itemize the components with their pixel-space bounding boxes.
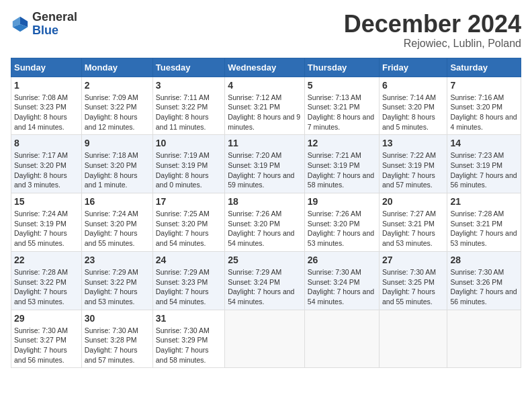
day-number: 25 [228, 255, 302, 265]
calendar-week-row: 15Sunrise: 7:24 AMSunset: 3:19 PMDayligh… [11, 193, 521, 252]
cell-info: Sunrise: 7:13 AMSunset: 3:21 PMDaylight:… [308, 93, 376, 132]
day-number: 26 [308, 255, 376, 265]
calendar-cell: 31Sunrise: 7:30 AMSunset: 3:29 PMDayligh… [152, 310, 224, 368]
day-number: 21 [450, 196, 518, 207]
calendar-cell: 7Sunrise: 7:16 AMSunset: 3:20 PMDaylight… [447, 77, 521, 135]
day-number: 3 [156, 80, 222, 91]
day-number: 30 [85, 313, 150, 324]
day-number: 10 [156, 138, 222, 148]
cell-info: Sunrise: 7:30 AMSunset: 3:29 PMDaylight:… [156, 326, 222, 365]
day-number: 14 [450, 138, 518, 148]
day-number: 18 [228, 196, 302, 207]
day-number: 13 [382, 138, 444, 148]
cell-info: Sunrise: 7:08 AMSunset: 3:23 PMDaylight:… [14, 93, 79, 132]
header-day-sunday: Sunday [11, 58, 82, 77]
day-number: 7 [450, 80, 518, 91]
cell-info: Sunrise: 7:24 AMSunset: 3:20 PMDaylight:… [85, 209, 150, 248]
cell-info: Sunrise: 7:30 AMSunset: 3:28 PMDaylight:… [85, 326, 150, 365]
cell-info: Sunrise: 7:11 AMSunset: 3:22 PMDaylight:… [156, 93, 222, 132]
calendar-cell: 10Sunrise: 7:19 AMSunset: 3:19 PMDayligh… [152, 135, 224, 193]
day-number: 8 [14, 138, 79, 148]
calendar-cell: 1Sunrise: 7:08 AMSunset: 3:23 PMDaylight… [11, 77, 82, 135]
calendar-cell: 21Sunrise: 7:28 AMSunset: 3:21 PMDayligh… [447, 193, 521, 252]
calendar-cell: 15Sunrise: 7:24 AMSunset: 3:19 PMDayligh… [11, 193, 82, 252]
calendar-cell: 5Sunrise: 7:13 AMSunset: 3:21 PMDaylight… [304, 77, 379, 135]
day-number: 2 [85, 80, 150, 91]
calendar-cell [304, 310, 379, 368]
calendar-table: SundayMondayTuesdayWednesdayThursdayFrid… [11, 58, 521, 369]
calendar-cell: 19Sunrise: 7:26 AMSunset: 3:20 PMDayligh… [304, 193, 379, 252]
day-number: 12 [308, 138, 376, 148]
calendar-cell: 3Sunrise: 7:11 AMSunset: 3:22 PMDaylight… [152, 77, 224, 135]
calendar-cell [225, 310, 305, 368]
calendar-week-row: 1Sunrise: 7:08 AMSunset: 3:23 PMDaylight… [11, 77, 521, 135]
logo-blue: Blue [32, 24, 58, 37]
calendar-cell: 13Sunrise: 7:22 AMSunset: 3:19 PMDayligh… [380, 135, 447, 193]
calendar-cell: 28Sunrise: 7:30 AMSunset: 3:26 PMDayligh… [447, 251, 521, 310]
cell-info: Sunrise: 7:27 AMSunset: 3:21 PMDaylight:… [382, 209, 444, 248]
calendar-header-row: SundayMondayTuesdayWednesdayThursdayFrid… [11, 58, 521, 77]
day-number: 16 [85, 196, 150, 207]
calendar-cell: 14Sunrise: 7:23 AMSunset: 3:19 PMDayligh… [447, 135, 521, 193]
day-number: 19 [308, 196, 376, 207]
day-number: 17 [156, 196, 222, 207]
calendar-cell: 16Sunrise: 7:24 AMSunset: 3:20 PMDayligh… [81, 193, 152, 252]
calendar-cell: 8Sunrise: 7:17 AMSunset: 3:20 PMDaylight… [11, 135, 82, 193]
calendar-cell: 20Sunrise: 7:27 AMSunset: 3:21 PMDayligh… [380, 193, 447, 252]
day-number: 5 [308, 80, 376, 91]
calendar-cell [447, 310, 521, 368]
calendar-cell [380, 310, 447, 368]
cell-info: Sunrise: 7:25 AMSunset: 3:20 PMDaylight:… [156, 209, 222, 248]
cell-info: Sunrise: 7:29 AMSunset: 3:23 PMDaylight:… [156, 267, 222, 307]
cell-info: Sunrise: 7:22 AMSunset: 3:19 PMDaylight:… [382, 150, 444, 190]
calendar-cell: 4Sunrise: 7:12 AMSunset: 3:21 PMDaylight… [225, 77, 305, 135]
day-number: 20 [382, 196, 444, 207]
cell-info: Sunrise: 7:17 AMSunset: 3:20 PMDaylight:… [14, 150, 79, 190]
month-title: December 2024 [344, 11, 521, 38]
logo-text: General Blue [32, 11, 77, 38]
header-day-wednesday: Wednesday [225, 58, 305, 77]
day-number: 9 [85, 138, 150, 148]
calendar-cell: 11Sunrise: 7:20 AMSunset: 3:19 PMDayligh… [225, 135, 305, 193]
day-number: 22 [14, 255, 79, 265]
cell-info: Sunrise: 7:30 AMSunset: 3:26 PMDaylight:… [450, 267, 518, 307]
logo-general: General [32, 10, 77, 24]
calendar-week-row: 8Sunrise: 7:17 AMSunset: 3:20 PMDaylight… [11, 135, 521, 193]
day-number: 29 [14, 313, 79, 324]
cell-info: Sunrise: 7:16 AMSunset: 3:20 PMDaylight:… [450, 93, 518, 132]
calendar-cell: 23Sunrise: 7:29 AMSunset: 3:22 PMDayligh… [81, 251, 152, 310]
calendar-cell: 24Sunrise: 7:29 AMSunset: 3:23 PMDayligh… [152, 251, 224, 310]
logo-icon [11, 15, 30, 34]
cell-info: Sunrise: 7:30 AMSunset: 3:25 PMDaylight:… [382, 267, 444, 307]
cell-info: Sunrise: 7:28 AMSunset: 3:22 PMDaylight:… [14, 267, 79, 307]
calendar-cell: 26Sunrise: 7:30 AMSunset: 3:24 PMDayligh… [304, 251, 379, 310]
day-number: 1 [14, 80, 79, 91]
day-number: 23 [85, 255, 150, 265]
cell-info: Sunrise: 7:12 AMSunset: 3:21 PMDaylight:… [228, 93, 302, 132]
header-day-friday: Friday [380, 58, 447, 77]
cell-info: Sunrise: 7:29 AMSunset: 3:24 PMDaylight:… [228, 267, 302, 307]
page-header: General Blue December 2024 Rejowiec, Lub… [11, 11, 521, 50]
cell-info: Sunrise: 7:09 AMSunset: 3:22 PMDaylight:… [85, 93, 150, 132]
cell-info: Sunrise: 7:29 AMSunset: 3:22 PMDaylight:… [85, 267, 150, 307]
cell-info: Sunrise: 7:24 AMSunset: 3:19 PMDaylight:… [14, 209, 79, 248]
cell-info: Sunrise: 7:30 AMSunset: 3:27 PMDaylight:… [14, 326, 79, 365]
location: Rejowiec, Lublin, Poland [344, 38, 521, 50]
cell-info: Sunrise: 7:19 AMSunset: 3:19 PMDaylight:… [156, 150, 222, 190]
cell-info: Sunrise: 7:14 AMSunset: 3:20 PMDaylight:… [382, 93, 444, 132]
calendar-cell: 17Sunrise: 7:25 AMSunset: 3:20 PMDayligh… [152, 193, 224, 252]
cell-info: Sunrise: 7:21 AMSunset: 3:19 PMDaylight:… [308, 150, 376, 190]
header-day-saturday: Saturday [447, 58, 521, 77]
header-day-thursday: Thursday [304, 58, 379, 77]
cell-info: Sunrise: 7:18 AMSunset: 3:20 PMDaylight:… [85, 150, 150, 190]
day-number: 4 [228, 80, 302, 91]
calendar-week-row: 22Sunrise: 7:28 AMSunset: 3:22 PMDayligh… [11, 251, 521, 310]
day-number: 31 [156, 313, 222, 324]
calendar-cell: 18Sunrise: 7:26 AMSunset: 3:20 PMDayligh… [225, 193, 305, 252]
cell-info: Sunrise: 7:28 AMSunset: 3:21 PMDaylight:… [450, 209, 518, 248]
calendar-cell: 29Sunrise: 7:30 AMSunset: 3:27 PMDayligh… [11, 310, 82, 368]
header-day-tuesday: Tuesday [152, 58, 224, 77]
cell-info: Sunrise: 7:20 AMSunset: 3:19 PMDaylight:… [228, 150, 302, 190]
cell-info: Sunrise: 7:26 AMSunset: 3:20 PMDaylight:… [228, 209, 302, 248]
calendar-week-row: 29Sunrise: 7:30 AMSunset: 3:27 PMDayligh… [11, 310, 521, 368]
